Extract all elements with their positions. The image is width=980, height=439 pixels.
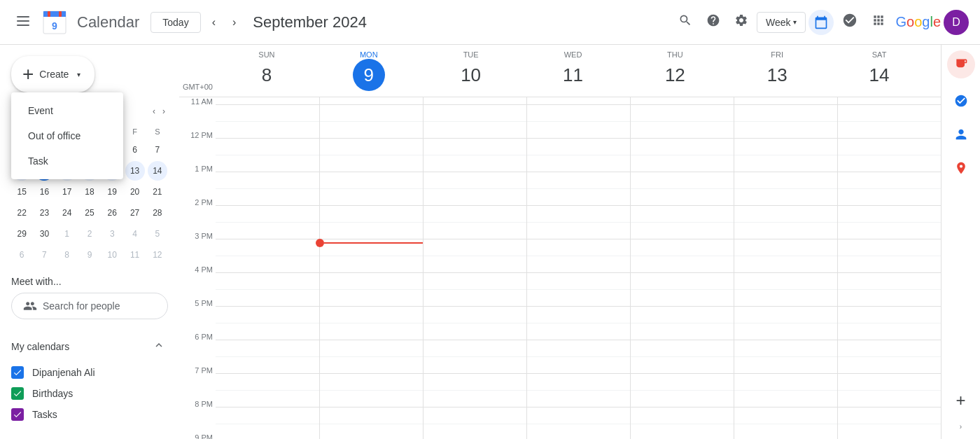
day-number-8[interactable]: 8: [251, 59, 283, 91]
mini-cal-day[interactable]: 18: [80, 182, 99, 202]
mini-cal-day[interactable]: 6: [125, 140, 145, 160]
half-hour-line: [527, 356, 630, 357]
half-hour-line: [320, 289, 423, 290]
search-people-input[interactable]: Search for people: [11, 293, 168, 319]
day-number-13[interactable]: 13: [761, 59, 793, 91]
mini-cal-day[interactable]: 24: [57, 203, 77, 223]
half-hour-line: [838, 390, 941, 391]
prev-nav-button[interactable]: ‹: [206, 11, 221, 34]
half-hour-line: [838, 155, 941, 155]
mini-cal-day[interactable]: 6: [12, 245, 31, 265]
half-hour-line: [424, 188, 526, 189]
create-button[interactable]: + Create ▾: [11, 56, 94, 92]
mini-cal-day[interactable]: 26: [102, 203, 122, 223]
calendar-view-icon[interactable]: [808, 10, 834, 35]
mini-cal-day[interactable]: 21: [148, 182, 167, 202]
mini-cal-day[interactable]: 10: [102, 245, 122, 265]
search-icon: [678, 13, 692, 27]
meet-title: Meet with...: [11, 276, 168, 287]
day-number-11[interactable]: 11: [556, 59, 589, 91]
tasks-check-button[interactable]: [836, 7, 863, 37]
day-number-14[interactable]: 14: [863, 59, 895, 91]
day-name-tue: TUE: [420, 50, 522, 59]
half-hour-line: [734, 121, 837, 122]
mini-cal-day[interactable]: 7: [148, 140, 167, 160]
half-hour-line: [424, 289, 526, 290]
mini-cal-day[interactable]: 19: [102, 182, 122, 202]
mini-cal-day[interactable]: 4: [125, 224, 145, 244]
day-col-thu[interactable]: [630, 97, 734, 439]
mini-cal-day[interactable]: 9: [80, 245, 99, 265]
half-hour-line: [320, 256, 423, 256]
view-selector[interactable]: Week ▾: [757, 12, 806, 33]
calendar-item-main[interactable]: Dipanjenah Ali: [0, 362, 179, 383]
half-hour-line: [631, 424, 734, 424]
mini-cal-day[interactable]: 23: [34, 203, 54, 223]
mini-cal-day[interactable]: 13: [125, 161, 145, 181]
mini-cal-day[interactable]: 20: [125, 182, 145, 202]
maps-icon-button[interactable]: [947, 154, 975, 182]
calendar-item-birthdays[interactable]: Birthdays: [0, 383, 179, 404]
mini-cal-prev-button[interactable]: ‹: [150, 104, 158, 119]
mini-cal-day[interactable]: 15: [12, 182, 31, 202]
mini-cal-day[interactable]: 12: [148, 245, 167, 265]
add-button-right[interactable]: +: [947, 386, 975, 414]
day-number-9-today[interactable]: 9: [353, 59, 385, 91]
chevron-up-icon: [153, 339, 165, 351]
half-hour-line: [631, 390, 734, 391]
next-nav-button[interactable]: ›: [227, 11, 241, 34]
mini-cal-day[interactable]: 28: [148, 203, 167, 223]
mini-cal-day[interactable]: 25: [80, 203, 99, 223]
day-col-mon[interactable]: [319, 97, 423, 439]
mini-cal-day[interactable]: 22: [12, 203, 31, 223]
calendar-name-main: Dipanjenah Ali: [32, 367, 95, 378]
half-hour-line: [320, 155, 423, 155]
create-out-of-office-item[interactable]: Out of office: [11, 123, 123, 148]
hamburger-button[interactable]: [11, 9, 35, 35]
half-hour-line: [838, 356, 941, 357]
mini-cal-day[interactable]: 2: [80, 224, 99, 244]
mini-cal-day[interactable]: 7: [34, 245, 54, 265]
half-hour-line: [838, 323, 941, 323]
mini-cal-day[interactable]: 14: [148, 161, 167, 181]
expand-arrow-right[interactable]: ›: [960, 420, 962, 433]
reminder-icon-button[interactable]: [947, 50, 975, 78]
search-button[interactable]: [673, 8, 698, 36]
day-col-sat[interactable]: [837, 97, 941, 439]
half-hour-line: [527, 424, 630, 424]
mini-cal-day[interactable]: 1: [57, 224, 77, 244]
mini-cal-next-button[interactable]: ›: [160, 104, 168, 119]
help-button[interactable]: [701, 8, 726, 36]
check-tasks-icon-button[interactable]: [947, 87, 975, 115]
collapse-calendars-button[interactable]: [150, 336, 168, 356]
day-col-fri[interactable]: [734, 97, 837, 439]
apps-button[interactable]: [866, 8, 891, 36]
contacts-icon-button[interactable]: [947, 120, 975, 148]
mini-cal-day[interactable]: 5: [148, 224, 167, 244]
mini-cal-day[interactable]: 11: [125, 245, 145, 265]
day-col-tue[interactable]: [423, 97, 526, 439]
hour-line: [838, 340, 941, 340]
hour-line: [527, 306, 630, 307]
svg-rect-0: [17, 16, 29, 18]
mini-cal-day[interactable]: 8: [57, 245, 77, 265]
day-col-sun[interactable]: [216, 97, 319, 439]
mini-cal-day[interactable]: 30: [34, 224, 54, 244]
day-number-12[interactable]: 12: [659, 59, 691, 91]
svg-rect-7: [43, 15, 66, 17]
settings-button[interactable]: [729, 8, 754, 36]
mini-cal-day[interactable]: 29: [12, 224, 31, 244]
calendar-item-tasks[interactable]: Tasks: [0, 404, 179, 425]
create-event-item[interactable]: Event: [11, 98, 123, 123]
calendar-body[interactable]: 1 AM2 AM3 AM4 AM5 AM6 AM7 AM8 AM9 AM10 A…: [179, 97, 941, 439]
day-col-wed[interactable]: [526, 97, 630, 439]
avatar[interactable]: D: [944, 10, 969, 35]
create-task-item[interactable]: Task: [11, 148, 123, 174]
today-button[interactable]: Today: [150, 12, 200, 33]
mini-cal-day[interactable]: 16: [34, 182, 54, 202]
mini-cal-day[interactable]: 27: [125, 203, 145, 223]
mini-cal-day[interactable]: 3: [102, 224, 122, 244]
day-number-10[interactable]: 10: [455, 59, 487, 91]
mini-cal-day[interactable]: 17: [57, 182, 77, 202]
half-hour-line: [424, 222, 526, 223]
